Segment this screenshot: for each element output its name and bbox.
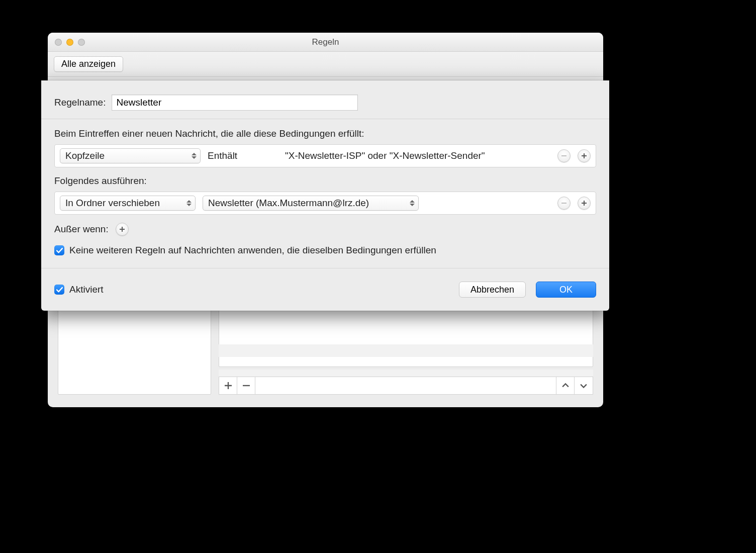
checkmark-icon [56, 287, 63, 293]
condition-op-label: Enthält [208, 150, 278, 161]
move-down-button[interactable] [575, 377, 593, 394]
window-toolbar: Alle anzeigen [48, 52, 603, 77]
remove-condition-button[interactable] [557, 149, 571, 162]
updown-icon [191, 151, 197, 160]
plus-icon [581, 153, 587, 159]
minus-icon [243, 382, 250, 389]
traffic-lights [55, 39, 85, 46]
enabled-row: Aktiviert [54, 284, 104, 295]
except-label: Außer wenn: [54, 224, 109, 235]
ok-button[interactable]: OK [536, 282, 596, 298]
edit-rule-sheet: Regelname: Beim Eintreffen einer neuen N… [41, 80, 609, 311]
enabled-label: Aktiviert [69, 284, 104, 295]
updown-icon [409, 199, 415, 208]
remove-action-button[interactable] [557, 197, 571, 210]
condition-field-select[interactable]: Kopfzeile [60, 148, 201, 163]
add-condition-button[interactable] [578, 149, 591, 162]
action-type-select[interactable]: In Ordner verschieben [60, 196, 196, 211]
condition-row: Kopfzeile Enthält "X-Newsletter-ISP" ode… [54, 144, 596, 167]
action-target-value: Newsletter (Max.Mustermann@lrz.de) [208, 198, 369, 209]
minus-icon [561, 200, 567, 206]
action-type-value: In Ordner verschieben [65, 198, 160, 209]
action-target-select[interactable]: Newsletter (Max.Mustermann@lrz.de) [203, 196, 419, 211]
detail-pane-toolbar [219, 377, 593, 395]
rule-name-input[interactable] [112, 95, 358, 111]
chevron-up-icon [562, 382, 569, 389]
remove-button[interactable] [237, 377, 255, 394]
svg-rect-1 [561, 203, 566, 204]
sheet-footer: Aktiviert Abbrechen OK [41, 268, 609, 311]
sheet-header: Regelname: [41, 80, 609, 119]
stop-rules-label: Keine weiteren Regeln auf Nachrichten an… [69, 245, 436, 256]
action-row: In Ordner verschieben Newsletter (Max.Mu… [54, 192, 596, 215]
titlebar: Regeln [48, 33, 603, 52]
toolbar-spacer [255, 377, 556, 394]
move-up-button[interactable] [556, 377, 575, 394]
list-row [219, 344, 593, 357]
plus-icon [225, 382, 232, 389]
add-button[interactable] [219, 377, 237, 394]
checkmark-icon [56, 247, 63, 254]
conditions-section-label: Beim Eintreffen einer neuen Nachricht, d… [54, 128, 596, 139]
chevron-down-icon [580, 382, 587, 389]
add-action-button[interactable] [578, 197, 591, 210]
svg-rect-0 [561, 155, 566, 156]
enabled-checkbox[interactable] [54, 285, 64, 295]
zoom-window-icon[interactable] [78, 39, 85, 46]
condition-value-text: "X-Newsletter-ISP" oder "X-Newsletter-Se… [285, 150, 485, 161]
actions-section-label: Folgendes ausführen: [54, 175, 596, 187]
sheet-body: Beim Eintreffen einer neuen Nachricht, d… [41, 119, 609, 268]
rule-name-label: Regelname: [54, 97, 106, 108]
stop-rules-checkbox[interactable] [54, 245, 64, 255]
minimize-window-icon[interactable] [66, 39, 73, 46]
plus-icon [119, 226, 125, 232]
show-all-button[interactable]: Alle anzeigen [54, 56, 123, 72]
close-window-icon[interactable] [55, 39, 62, 46]
add-exception-button[interactable] [116, 223, 129, 236]
except-row: Außer wenn: [54, 223, 596, 236]
stop-rules-row: Keine weiteren Regeln auf Nachrichten an… [54, 245, 596, 256]
condition-field-value: Kopfzeile [65, 150, 105, 161]
minus-icon [561, 153, 567, 159]
updown-icon [186, 199, 192, 208]
plus-icon [581, 200, 587, 206]
window-title: Regeln [48, 37, 603, 47]
cancel-button[interactable]: Abbrechen [459, 282, 526, 298]
